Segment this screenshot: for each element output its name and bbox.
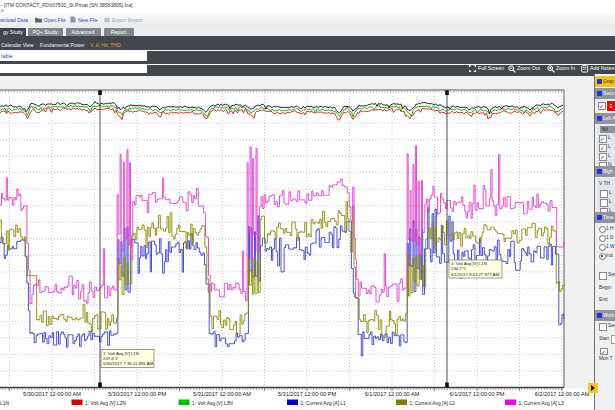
svg-text:5/30/2017 7:36:11.891 AM: 5/30/2017 7:36:11.891 AM xyxy=(103,361,154,366)
svg-text:237.4 V: 237.4 V xyxy=(103,356,118,361)
svg-text:1: Volt Avg [V] L2N: 1: Volt Avg [V] L2N xyxy=(85,401,126,406)
svg-text:1: Volt Avg [V] L1N: 1: Volt Avg [V] L1N xyxy=(103,351,139,356)
svg-text:1: Volt Avg [V] L3N: 1: Volt Avg [V] L3N xyxy=(192,401,233,406)
svg-text:6/1/2017 9:41:27.977 AM: 6/1/2017 9:41:27.977 AM xyxy=(451,272,499,277)
svg-text:234.7 V: 234.7 V xyxy=(451,266,466,271)
svg-text:6/2/2017 12:00:00 AM: 6/2/2017 12:00:00 AM xyxy=(535,391,590,397)
svg-text:5/31/2017 12:00:00 PM: 5/31/2017 12:00:00 PM xyxy=(278,391,336,397)
svg-text:1: Current Avg [A] L3: 1: Current Avg [A] L3 xyxy=(519,401,565,406)
svg-text:5/30/2017 12:00:00 AM: 5/30/2017 12:00:00 AM xyxy=(23,391,81,397)
svg-text:6/1/2017 12:00:00 PM: 6/1/2017 12:00:00 PM xyxy=(449,391,504,397)
svg-text:6/1/2017 12:00:00 AM: 6/1/2017 12:00:00 AM xyxy=(365,391,420,397)
svg-text:1: Current Avg [A] L2: 1: Current Avg [A] L2 xyxy=(410,401,456,406)
svg-text:1: Volt Avg [V] L1N: 1: Volt Avg [V] L1N xyxy=(451,261,487,266)
svg-text:5/30/2017 12:00:00 PM: 5/30/2017 12:00:00 PM xyxy=(108,391,166,397)
svg-text:L1N: L1N xyxy=(0,401,9,406)
svg-text:5/31/2017 12:00:00 AM: 5/31/2017 12:00:00 AM xyxy=(193,391,251,397)
svg-text:1: Current Avg [A] L1: 1: Current Avg [A] L1 xyxy=(301,401,347,406)
